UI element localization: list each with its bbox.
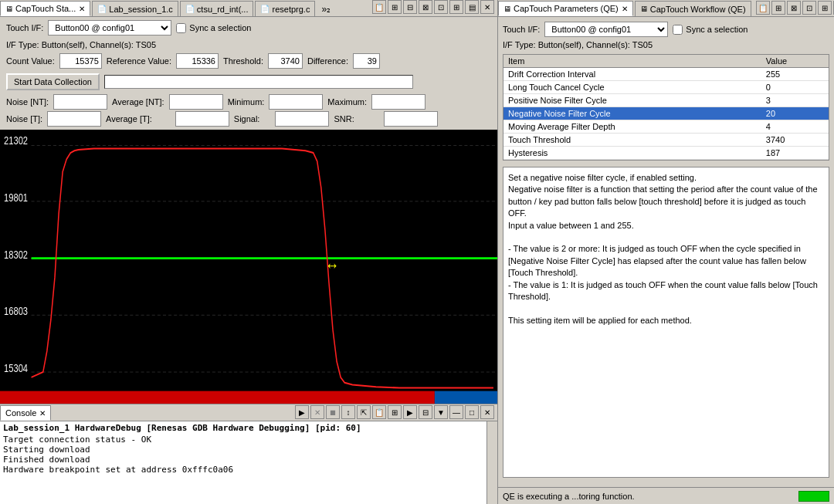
- console-toolbar-btn-2[interactable]: ✕: [310, 405, 324, 419]
- snr-input[interactable]: [384, 111, 438, 127]
- avg-nt-label: Average [NT]:: [112, 97, 164, 107]
- avg-t-input[interactable]: [175, 111, 229, 127]
- right-toolbar-btn-2[interactable]: ⊞: [771, 1, 785, 15]
- console-tab-close[interactable]: ✕: [39, 409, 46, 418]
- console-tab[interactable]: Console ✕: [0, 405, 51, 421]
- avg-t-label: Average [T]:: [106, 114, 152, 123]
- table-row[interactable]: Positive Noise Filter Cycle 3: [503, 94, 829, 107]
- tab-doc-icon: 📄: [97, 5, 107, 13]
- minimum-label: Minimum:: [228, 97, 265, 107]
- count-value-label: Count Value:: [6, 56, 55, 66]
- noise-nt-label: Noise [NT]:: [6, 97, 49, 107]
- right-toolbar-btn-4[interactable]: ⊡: [802, 1, 816, 15]
- right-sync-label[interactable]: Sync a selection: [673, 25, 748, 35]
- toolbar-btn-2[interactable]: ⊞: [388, 0, 402, 14]
- console-toolbar-btn-9[interactable]: ⊟: [419, 405, 432, 419]
- table-row[interactable]: Touch Threshold 3740: [503, 134, 829, 147]
- noise-t-input[interactable]: [47, 111, 101, 127]
- console-line-2: Starting download: [3, 445, 483, 455]
- console-close[interactable]: ✕: [480, 405, 494, 419]
- param-table: Item Value Drift Correction Interval 255…: [503, 54, 829, 161]
- progress-bar: [104, 75, 413, 89]
- status-text: QE is executing a ...toring function.: [503, 492, 635, 501]
- col-value: Value: [761, 55, 829, 68]
- tab-captouch-params[interactable]: 🖥 CapTouch Parameters (QE) ✕: [498, 1, 633, 16]
- param-item-1: Drift Correction Interval: [503, 68, 761, 81]
- count-value-input[interactable]: [59, 53, 102, 69]
- toolbar-btn-4[interactable]: ⊠: [419, 0, 432, 14]
- sync-selection-label[interactable]: Sync a selection: [176, 23, 251, 33]
- svg-text:19801: 19801: [4, 191, 28, 204]
- ref-value-input[interactable]: [176, 53, 219, 69]
- console-toolbar-btn-1[interactable]: ▶: [295, 405, 309, 419]
- param-value-5: 4: [761, 120, 829, 134]
- console-toolbar-btn-4[interactable]: ↕: [341, 405, 355, 419]
- console-toolbar-btn-8[interactable]: ▶: [403, 405, 417, 419]
- console-line-3: Finished download: [3, 455, 483, 465]
- minimum-input[interactable]: [269, 94, 323, 110]
- toolbar-btn-5[interactable]: ⊡: [434, 0, 448, 14]
- param-item-7: Hysteresis: [503, 147, 761, 160]
- toolbar-btn-3[interactable]: ⊟: [403, 0, 417, 14]
- console-maximize[interactable]: □: [465, 405, 479, 419]
- if-type-row: I/F Type: Button(self), Channel(s): TS05: [0, 39, 497, 51]
- right-toolbar-btn-1[interactable]: 📋: [756, 1, 770, 15]
- console-toolbar-btn-7[interactable]: ⊞: [388, 405, 402, 419]
- left-content: Touch I/F: Button00 @ config01 Sync a se…: [0, 17, 497, 404]
- tab-label: resetprg.c: [272, 5, 310, 14]
- console-dropdown[interactable]: ▼: [434, 405, 448, 419]
- difference-input[interactable]: [353, 53, 380, 69]
- console-body: Lab_session_1 HardwareDebug [Renesas GDB…: [0, 421, 497, 504]
- ref-value-label: Reference Value:: [107, 56, 171, 66]
- svg-rect-0: [0, 130, 497, 404]
- console-minimize[interactable]: —: [449, 405, 463, 419]
- console-toolbar-btn-5[interactable]: ⇱: [357, 405, 371, 419]
- noise-row-2: Noise [T]: Average [T]: Signal: SNR:: [6, 111, 491, 127]
- svg-text:↔: ↔: [325, 255, 339, 276]
- console-toolbar-btn-6[interactable]: 📋: [372, 405, 386, 419]
- threshold-input[interactable]: [268, 53, 303, 69]
- tab-lab-session[interactable]: 📄 Lab_session_1.c: [92, 1, 178, 16]
- right-touch-if-label: Touch I/F:: [503, 25, 540, 34]
- right-toolbar-btn-3[interactable]: ⊠: [787, 1, 801, 15]
- param-value-1: 255: [761, 68, 829, 81]
- toolbar-btn-7[interactable]: ▤: [465, 0, 479, 14]
- workflow-tab-label: CapTouch Workflow (QE): [650, 5, 746, 14]
- table-row[interactable]: Long Touch Cancel Cycle 0: [503, 81, 829, 94]
- tab-label: Lab_session_1.c: [109, 5, 173, 14]
- tab-captouch-workflow[interactable]: 🖥 CapTouch Workflow (QE): [635, 1, 751, 16]
- tab-captouch-sta[interactable]: 🖥 CapTouch Sta... ✕: [0, 1, 90, 16]
- params-tab-close[interactable]: ✕: [622, 5, 628, 13]
- param-item-2: Long Touch Cancel Cycle: [503, 81, 761, 94]
- toolbar-btn-6[interactable]: ⊞: [449, 0, 463, 14]
- right-sync-checkbox[interactable]: [673, 25, 683, 35]
- params-tab-icon: 🖥: [503, 5, 511, 13]
- maximum-label: Maximum:: [327, 97, 367, 107]
- tab-close-btn[interactable]: ✕: [79, 5, 85, 13]
- toolbar-btn-8[interactable]: ✕: [480, 0, 494, 14]
- touch-if-row: Touch I/F: Button00 @ config01 Sync a se…: [0, 17, 497, 39]
- console-toolbar-btn-3[interactable]: ⏹: [326, 405, 340, 419]
- console-line-1: Target connection status - OK: [3, 435, 483, 445]
- right-toolbar-btn-5[interactable]: ⊞: [818, 1, 832, 15]
- console-scrollbar[interactable]: [486, 421, 497, 504]
- avg-nt-input[interactable]: [169, 94, 223, 110]
- tab-overflow[interactable]: »₂: [317, 2, 335, 16]
- noise-nt-input[interactable]: [53, 94, 107, 110]
- touch-if-select[interactable]: Button00 @ config01: [48, 20, 171, 36]
- tab-resetprg[interactable]: 📄 resetprg.c: [255, 1, 315, 16]
- right-touch-if-select[interactable]: Button00 @ config01: [544, 22, 668, 37]
- maximum-input[interactable]: [371, 94, 425, 110]
- sync-checkbox[interactable]: [176, 23, 186, 33]
- signal-input[interactable]: [275, 111, 329, 127]
- start-data-collection-btn[interactable]: Start Data Collection: [6, 73, 100, 90]
- table-row[interactable]: Drift Correction Interval 255: [503, 68, 829, 81]
- svg-rect-13: [0, 391, 435, 404]
- toolbar-btn-1[interactable]: 📋: [372, 0, 386, 14]
- table-row-highlight[interactable]: Negative Noise Filter Cycle 20: [503, 107, 829, 120]
- tab-ctsu[interactable]: 📄 ctsu_rd_int(...: [180, 1, 254, 16]
- table-row[interactable]: Hysteresis 187: [503, 147, 829, 160]
- svg-text:21302: 21302: [4, 134, 28, 147]
- table-row[interactable]: Moving Average Filter Depth 4: [503, 120, 829, 134]
- param-value-7: 187: [761, 147, 829, 160]
